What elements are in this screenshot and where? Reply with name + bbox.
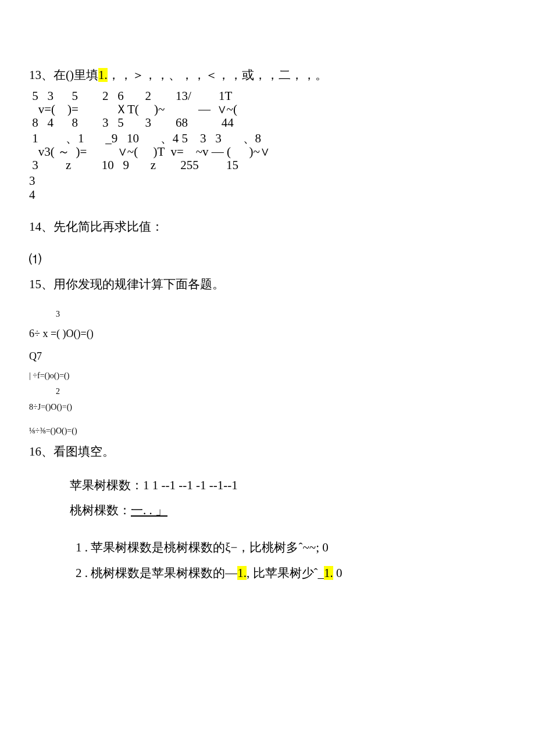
q15-line5: ⅛÷⅜=()O()=() (29, 425, 506, 437)
q15-line4-top: 2 (29, 385, 506, 397)
q16-item2-post: 0 (333, 566, 343, 580)
q16-item2-mid: , 比苹果树少ˆ_ (247, 566, 324, 580)
q16-item2-hl2: 1. (324, 566, 333, 580)
q13-intro-highlight: 1. (98, 68, 108, 82)
q13-row3b: 4 (29, 188, 35, 202)
q16-peach: 桃树棵数：一. . 」 (29, 499, 506, 522)
q16-peach-underline: 一. . 」 (131, 503, 167, 517)
q13-row1a: 5 3 5 2 6 2 13/ 1T (29, 89, 237, 103)
q15-line2: Q7 (29, 346, 506, 366)
q14-sub: ⑴ (29, 248, 506, 271)
q16-item1: 1 . 苹果树棵数是桃树棵数的ξ−，比桃树多ˆ~~; 0 (29, 536, 506, 560)
q14-text: 14、先化简比再求比值： (29, 216, 506, 239)
q16-item2: 2 . 桃树棵数是苹果树棵数的—1., 比苹果树少ˆ_1. 0 (29, 562, 506, 585)
q16-item2-hl1: 1. (237, 566, 247, 580)
q13-row2b: v3( ～ )= ∨~( )T v= ~v — ( )~∨ (29, 145, 270, 159)
document-page: 13、在()里填1.，，＞，，、，，＜，，或，，二，，。 5 3 5 2 6 2… (0, 0, 535, 617)
q15-line1-top: 3 (29, 308, 506, 320)
q13-intro-pre: 13、在()里填 (29, 68, 98, 82)
q13-intro: 13、在()里填1.，，＞，，、，，＜，，或，，二，，。 (29, 64, 506, 87)
q13-expressions: 5 3 5 2 6 2 13/ 1T v=( )= ＸT( )~ — ∨~( 8… (29, 89, 506, 204)
q16-peach-pre: 桃树棵数： (70, 503, 131, 517)
q15-line1: 6÷ x =( )O()=() (29, 324, 506, 343)
q13-row2c: 3 z 10 9 z 255 15 (29, 159, 270, 172)
q13-row2a: 1 、1 _9 10 、4 5 3 3 、8 (29, 132, 270, 145)
q13-row1b: v=( )= ＸT( )~ — ∨~( (29, 103, 237, 116)
q13-row1c: 8 4 8 3 5 3 68 44 (29, 116, 237, 130)
q16-item2-pre: 2 . 桃树棵数是苹果树棵数的— (76, 566, 237, 580)
q15-line3: | ÷f=()o()=() (29, 370, 506, 382)
q16-apple: 苹果树棵数：1 1 --1 --1 -1 --1--1 (29, 474, 506, 497)
q15-line4: 8÷J=()O()=() (29, 401, 506, 413)
q16-text: 16、看图填空。 (29, 440, 506, 464)
q15-text: 15、用你发现的规律计算下面各题。 (29, 273, 506, 296)
q13-intro-post: ，，＞，，、，，＜，，或，，二，，。 (108, 68, 327, 82)
q13-row3a: 3 (29, 174, 35, 188)
